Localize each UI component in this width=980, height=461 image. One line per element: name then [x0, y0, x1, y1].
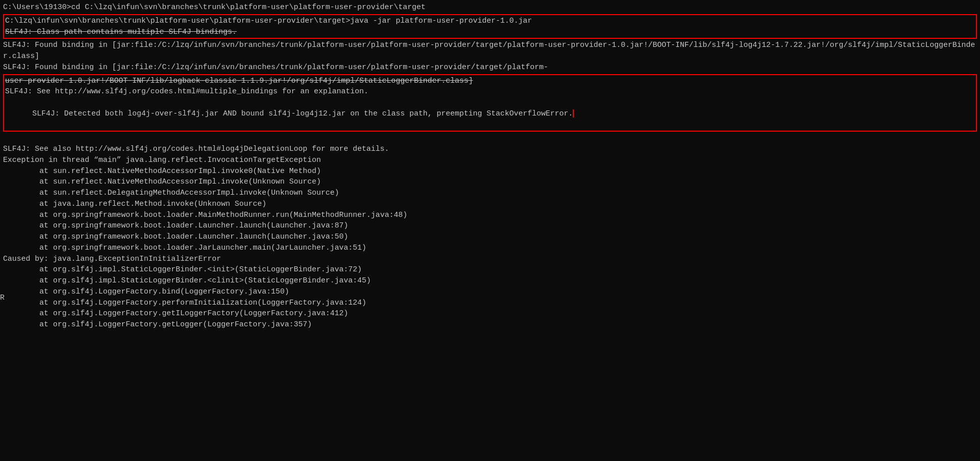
at-jarlauncher-line: at org.springframework.boot.loader.JarLa… [3, 243, 977, 254]
at-method-invoke-line: at java.lang.reflect.Method.invoke(Unkno… [3, 199, 977, 210]
slf4j-see-also-line: SLF4J: See also http://www.slf4j.org/cod… [3, 144, 977, 155]
highlight-box-2: user-provider-1.0.jar!/BOOT-INF/lib/logb… [3, 74, 977, 132]
caused-by-line: Caused by: java.lang.ExceptionInInitiali… [3, 254, 977, 265]
slf4j-see-explanation-line: SLF4J: See http://www.slf4j.org/codes.ht… [5, 86, 975, 97]
highlight-box-1: C:\lzq\infun\svn\branches\trunk\platform… [3, 14, 977, 39]
at-native-method-line: at sun.reflect.NativeMethodAccessorImpl.… [3, 166, 977, 177]
at-loggerfactory-getilogger-line: at org.slf4j.LoggerFactory.getILoggerFac… [3, 308, 977, 319]
cursor [573, 109, 574, 118]
at-delegating-line: at sun.reflect.DelegatingMethodAccessorI… [3, 188, 977, 199]
at-loggerfactory-perform-line: at org.slf4j.LoggerFactory.performInitia… [3, 298, 977, 309]
terminal-window: C:\Users\19130>cd C:\lzq\infun\svn\branc… [0, 0, 980, 461]
exception-main-line: Exception in thread “main” java.lang.ref… [3, 155, 977, 166]
at-invoke-unknown-line: at sun.reflect.NativeMethodAccessorImpl.… [3, 177, 977, 188]
at-launcher-launch50-line: at org.springframework.boot.loader.Launc… [3, 232, 977, 243]
at-staticloggerbinder-init-line: at org.slf4j.impl.StaticLoggerBinder.<in… [3, 264, 977, 275]
slf4j-found-binding-2a-line: SLF4J: Found binding in [jar:file:/C:/lz… [3, 62, 977, 73]
slf4j-detected-line: SLF4J: Detected both log4j-over-slf4j.ja… [5, 97, 975, 130]
slf4j-found-binding-1-line: SLF4J: Found binding in [jar:file:/C:/lz… [3, 40, 977, 62]
at-staticloggerbinder-clinit-line: at org.slf4j.impl.StaticLoggerBinder.<cl… [3, 275, 977, 286]
blank-line-1 [3, 133, 977, 144]
java-jar-command-line: C:\lzq\infun\svn\branches\trunk\platform… [5, 16, 975, 27]
at-mainmethodrunner-line: at org.springframework.boot.loader.MainM… [3, 210, 977, 221]
cd-command-line: C:\Users\19130>cd C:\lzq\infun\svn\branc… [3, 2, 977, 13]
slf4j-multiple-bindings-line: SLF4J: Class path contains multiple SLF4… [5, 27, 975, 38]
at-launcher-launch87-line: at org.springframework.boot.loader.Launc… [3, 220, 977, 232]
logback-binding-line: user-provider-1.0.jar!/BOOT-INF/lib/logb… [5, 76, 975, 87]
at-loggerfactory-bind-line: at org.slf4j.LoggerFactory.bind(LoggerFa… [3, 286, 977, 298]
side-label-r: R [0, 293, 5, 304]
at-loggerfactory-getlogger-line: at org.slf4j.LoggerFactory.getLogger(Log… [3, 319, 977, 330]
